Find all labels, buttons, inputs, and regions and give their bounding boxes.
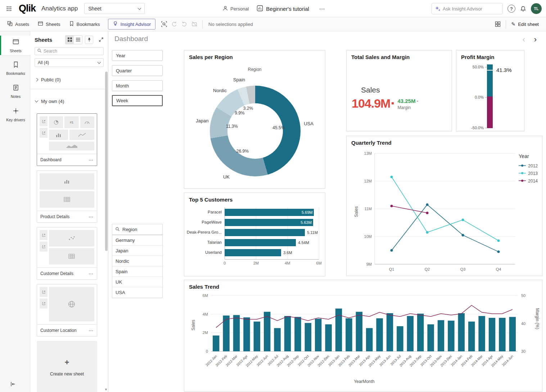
space-selector[interactable]: Personal xyxy=(222,5,249,12)
sheet-selector-dropdown[interactable]: Sheet xyxy=(84,3,145,14)
rail-item-notes[interactable]: Notes xyxy=(0,82,30,101)
rail-item-key-drivers[interactable]: Key drivers xyxy=(0,105,30,124)
filter-button-month[interactable]: Month xyxy=(112,80,163,91)
section-public[interactable]: Public (0) xyxy=(30,74,108,85)
bar[interactable] xyxy=(225,239,296,246)
sheet-card-dashboard[interactable]: #1Dashboard⋯ xyxy=(37,113,97,166)
rail-item-bookmarks[interactable]: Bookmarks xyxy=(0,59,30,78)
section-my-own[interactable]: My own (4) xyxy=(30,95,108,107)
sheets-search-input[interactable] xyxy=(44,49,98,54)
clear-selections-icon[interactable] xyxy=(189,17,199,31)
bookmarks-label: Bookmarks xyxy=(77,22,100,27)
user-avatar[interactable]: TL xyxy=(531,3,542,14)
region-item-germany[interactable]: Germany xyxy=(112,235,162,245)
list-view-icon[interactable] xyxy=(74,36,82,44)
search-icon xyxy=(115,227,120,233)
chart-plot-area[interactable]: 13M12M11M10M9MQ1Q2Q3Q4 xyxy=(347,136,543,276)
ask-insight-advisor-input[interactable] xyxy=(443,4,500,14)
chart-quarterly-trend[interactable]: Quarterly Trend Sales Year 201220132014 … xyxy=(346,136,542,276)
qlik-logo: Qlik xyxy=(19,3,36,14)
region-listbox-header[interactable]: Region xyxy=(112,224,162,235)
sheets-filter-dropdown[interactable]: All (4) xyxy=(35,58,104,67)
more-options-button[interactable]: ⋯ xyxy=(317,4,327,14)
thumbnail-tile: #1 xyxy=(64,116,78,128)
panel-scrollbar[interactable] xyxy=(105,72,108,251)
smart-search-icon[interactable] xyxy=(159,17,169,31)
sheet-card-more-icon[interactable]: ⋯ xyxy=(89,214,94,220)
expand-panel-icon[interactable] xyxy=(97,36,105,44)
sheet-card-more-icon[interactable]: ⋯ xyxy=(89,157,94,163)
grid-view-icon[interactable] xyxy=(66,36,74,44)
help-button[interactable]: ? xyxy=(507,5,515,13)
region-listbox: Region GermanyJapanNordicSpainUKUSA xyxy=(112,224,163,298)
bar[interactable] xyxy=(225,249,281,256)
region-item-spain[interactable]: Spain xyxy=(112,266,162,277)
chart-sales-trend[interactable]: Sales Trend Sales Margin (%) 6M4M2M05040… xyxy=(184,280,542,392)
thumbnail-tile xyxy=(40,242,48,252)
ask-insight-advisor-search[interactable] xyxy=(432,3,503,14)
sheet-card-title: Customer Location xyxy=(40,328,77,333)
sheet-thumbnail xyxy=(37,284,97,324)
thumbnail-tile xyxy=(49,116,63,128)
bar[interactable] xyxy=(225,229,305,236)
gauge-positive-segment xyxy=(487,64,493,96)
sheet-canvas: Dashboard ‹ › YearQuarterMonthWeek Regio… xyxy=(108,31,546,392)
region-item-nordic[interactable]: Nordic xyxy=(112,256,162,266)
region-item-usa[interactable]: USA xyxy=(112,287,162,298)
chart-sales-per-region[interactable]: Sales per Region Region 45.5%USA26.9%UK1… xyxy=(184,50,325,189)
previous-sheet-button[interactable]: ‹ xyxy=(523,35,525,44)
x-axis-tick: 2M xyxy=(252,261,260,265)
rail-item-label: Sheets xyxy=(10,49,22,53)
svg-text:Q3: Q3 xyxy=(460,267,466,271)
insight-advisor-button[interactable]: Insight Advisor xyxy=(108,19,156,30)
step-back-icon[interactable] xyxy=(169,17,179,31)
key-drivers-icon xyxy=(12,107,19,116)
region-item-uk[interactable]: UK xyxy=(112,277,162,287)
x-axis-tick: 6M xyxy=(315,261,323,265)
pin-panel-icon[interactable] xyxy=(85,36,93,44)
chart-plot-area[interactable]: 6M4M2M05040302012-Jan2012-Feb2012-Mar201… xyxy=(184,280,542,391)
filter-button-week[interactable]: Week xyxy=(112,95,163,106)
thumbnail-tile xyxy=(49,287,94,321)
search-icon xyxy=(37,48,42,54)
sheet-card-product-details[interactable]: Product Details⋯ xyxy=(37,170,97,223)
sheet-card-customer-details[interactable]: Customer Details⋯ xyxy=(37,227,97,280)
sheet-layout-grid-icon[interactable] xyxy=(493,17,503,31)
app-launcher-grid-icon[interactable] xyxy=(3,3,15,15)
sheet-card-customer-location[interactable]: Customer Location⋯ xyxy=(37,284,97,337)
donut-chart[interactable] xyxy=(210,86,301,176)
thumbnail-tile xyxy=(40,116,48,126)
gauge-axis-tick: 50.0% xyxy=(462,65,484,69)
svg-text:Q2: Q2 xyxy=(425,267,430,271)
sheet-card-more-icon[interactable]: ⋯ xyxy=(89,271,94,276)
sheets-button[interactable]: Sheets xyxy=(33,17,64,31)
filter-button-year[interactable]: Year xyxy=(112,50,163,61)
gauge-profit-margin[interactable]: Profit Margin 50.0%0.0%-50.0% 41.3% xyxy=(456,50,524,131)
kpi-total-sales-and-margin[interactable]: Total Sales and Margin Sales 104.9M 43.2… xyxy=(346,50,452,131)
step-forward-icon[interactable] xyxy=(179,17,189,31)
chart-top-5-customers[interactable]: Top 5 Customers 02M4M6MParacel5.69MPageW… xyxy=(184,193,325,276)
svg-text:9M: 9M xyxy=(366,262,372,266)
bookmarks-button[interactable]: Bookmarks xyxy=(65,17,104,31)
svg-text:10M: 10M xyxy=(364,234,372,239)
assets-button[interactable]: Assets xyxy=(3,17,33,31)
sheet-card-more-icon[interactable]: ⋯ xyxy=(89,328,94,333)
sheet-selector-value: Sheet xyxy=(88,6,101,12)
notifications-bell-icon[interactable] xyxy=(520,6,526,12)
app-title[interactable]: Beginner's tutorial xyxy=(257,5,309,13)
filter-button-quarter[interactable]: Quarter xyxy=(112,65,163,76)
rail-item-sheets[interactable]: Sheets xyxy=(0,36,30,55)
region-item-japan[interactable]: Japan xyxy=(112,245,162,256)
plus-icon: + xyxy=(65,358,69,367)
selections-status: No selections applied xyxy=(208,22,253,27)
assets-label: Assets xyxy=(15,22,29,27)
collapse-rail-icon[interactable] xyxy=(10,381,16,387)
donut-slice-label: Spain xyxy=(233,77,245,82)
sheets-search-box[interactable] xyxy=(35,47,104,55)
next-sheet-button[interactable]: › xyxy=(534,35,537,44)
edit-sheet-button[interactable]: ✎ Edit sheet xyxy=(509,21,541,27)
x-axis-tick: 0 xyxy=(220,261,229,265)
donut-slice-label: Nordic xyxy=(213,87,227,93)
scroll-down-icon[interactable]: ▼ xyxy=(104,388,108,391)
create-new-sheet-button[interactable]: + Create new sheet xyxy=(37,341,97,392)
